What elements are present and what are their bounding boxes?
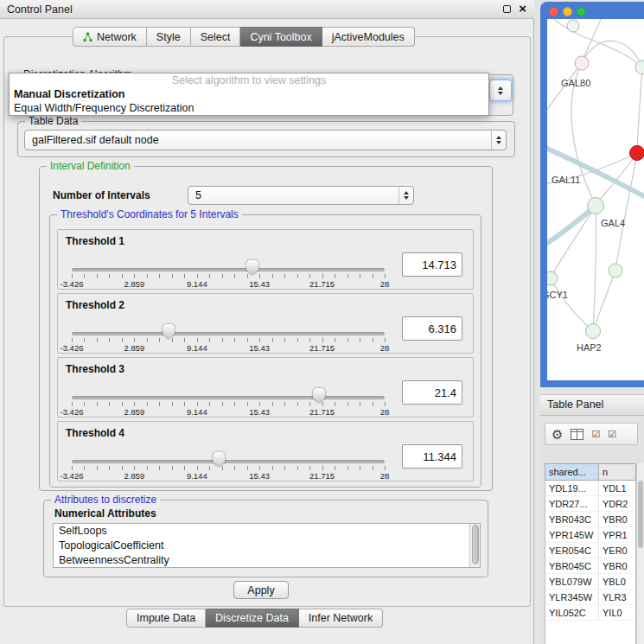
down-arrow-icon: [404, 196, 409, 200]
network-node-highlighted[interactable]: [630, 146, 644, 161]
network-canvas[interactable]: GAL80 GAL11 GAL4 GCY1 HAP2: [547, 19, 644, 380]
minimize-traffic-light-icon[interactable]: [563, 7, 572, 16]
dropdown-option-placeholder[interactable]: Select algorithm to view settings: [10, 73, 488, 87]
tick-label: 15.43: [249, 471, 270, 481]
slider-thumb[interactable]: [313, 388, 325, 403]
attributes-group: Attributes to discretize Numerical Attri…: [43, 500, 488, 577]
slider-track[interactable]: [72, 396, 385, 399]
float-window-icon[interactable]: [503, 5, 511, 13]
table-row[interactable]: YBR045CYBR0: [545, 558, 635, 574]
zoom-traffic-light-icon[interactable]: [577, 7, 586, 16]
table-scrollbar[interactable]: [636, 463, 644, 644]
table-cell: YBR0: [599, 558, 634, 573]
tick-label: 28: [380, 279, 390, 289]
num-intervals-combobox[interactable]: 5: [188, 186, 414, 205]
apply-button[interactable]: Apply: [233, 581, 289, 599]
network-node[interactable]: [567, 20, 579, 32]
slider-thumb[interactable]: [163, 324, 175, 339]
node-label: GAL11: [552, 175, 580, 185]
network-window[interactable]: GAL80 GAL11 GAL4 GCY1 HAP2: [540, 2, 644, 387]
table-data-combobox[interactable]: galFiltered.sif default node: [24, 130, 507, 150]
table-row[interactable]: YBR043CYBR0: [545, 512, 635, 527]
tick-label: 2.859: [124, 471, 145, 481]
slider-thumb[interactable]: [213, 452, 225, 467]
tab-cyni-toolbox[interactable]: Cyni Toolbox: [240, 27, 322, 47]
columns-icon[interactable]: [571, 429, 583, 440]
table-row[interactable]: YDL19...YDL1: [545, 481, 635, 496]
threshold-value-input[interactable]: [402, 252, 462, 277]
threshold-slider[interactable]: -3.4262.8599.14415.4321.71528: [72, 322, 385, 351]
table-row[interactable]: YDR27...YDR2: [545, 496, 635, 512]
tab-infer-network[interactable]: Infer Network: [299, 609, 383, 628]
close-icon[interactable]: ×: [519, 1, 526, 16]
table-cell: YBL0: [599, 574, 634, 589]
control-panel-titlebar: Control Panel ×: [0, 0, 534, 19]
tab-style[interactable]: Style: [147, 27, 191, 47]
list-scrollbar[interactable]: [469, 524, 480, 567]
app-root: Control Panel × Network Style Select Cyn…: [0, 0, 644, 644]
table-row[interactable]: YER054CYER0: [545, 543, 635, 558]
dropdown-option-manual[interactable]: Manual Discretization: [10, 87, 488, 101]
threshold-slider[interactable]: -3.4262.8599.14415.4321.71528: [72, 450, 385, 479]
algorithm-combobox[interactable]: [489, 80, 512, 101]
tick-label: 28: [380, 343, 390, 353]
slider-track[interactable]: [72, 332, 385, 335]
down-arrow-icon: [496, 141, 501, 144]
scrollbar-thumb[interactable]: [472, 525, 479, 564]
tick-label: -3.426: [61, 471, 84, 481]
table-cell: YPR145W: [545, 527, 599, 542]
select-all-icon[interactable]: ☑: [591, 430, 600, 439]
network-node[interactable]: [575, 56, 589, 70]
tab-discretize-data[interactable]: Discretize Data: [206, 609, 299, 628]
up-arrow-icon: [498, 86, 503, 90]
threshold-value-input[interactable]: [402, 444, 462, 469]
tick-label: 9.144: [187, 471, 207, 481]
select-none-icon[interactable]: ☑: [608, 430, 616, 439]
slider-thumb[interactable]: [246, 260, 258, 275]
network-node[interactable]: [609, 264, 622, 277]
table-row[interactable]: YLR345WYLR3: [545, 590, 635, 605]
panel-title: Control Panel: [7, 3, 73, 16]
threshold-value-input[interactable]: [402, 316, 462, 341]
column-header-shared-name[interactable]: shared...: [545, 463, 599, 481]
column-header-name[interactable]: n: [599, 463, 636, 481]
table-cell: YBR043C: [545, 512, 599, 526]
threshold-slider[interactable]: -3.4262.8599.14415.4321.71528: [72, 258, 385, 287]
down-arrow-icon: [498, 92, 503, 95]
list-item[interactable]: SelfLoops: [54, 524, 480, 539]
network-node[interactable]: [588, 198, 604, 214]
network-node[interactable]: [586, 324, 601, 339]
slider-scale: -3.4262.8599.14415.4321.71528: [72, 407, 385, 418]
table-row[interactable]: YBL079WYBL0: [545, 574, 635, 590]
threshold-value-input[interactable]: [402, 380, 462, 405]
attributes-list[interactable]: SelfLoops TopologicalCoefficient Between…: [53, 523, 481, 568]
up-arrow-icon: [404, 191, 409, 194]
tab-network[interactable]: Network: [73, 27, 147, 47]
threshold-label: Threshold 1: [66, 235, 124, 247]
threshold-label: Threshold 3: [66, 363, 124, 375]
node-label: GCY1: [547, 290, 568, 300]
slider-track[interactable]: [72, 268, 385, 271]
table-cell: YIL0: [599, 605, 634, 620]
network-node[interactable]: [547, 271, 558, 285]
tab-jactivemodules[interactable]: jActiveModules: [322, 27, 415, 47]
list-item[interactable]: BetweennessCentrality: [54, 553, 480, 568]
close-traffic-light-icon[interactable]: [549, 7, 558, 16]
tab-select[interactable]: Select: [191, 27, 241, 47]
threshold-slider[interactable]: -3.4262.8599.14415.4321.71528: [72, 386, 385, 415]
slider-ticks: [72, 274, 386, 278]
slider-track[interactable]: [72, 460, 385, 463]
tick-label: 21.715: [309, 407, 335, 417]
dropdown-option-equal-width[interactable]: Equal Width/Frequency Discretization: [10, 101, 488, 115]
tick-label: 2.859: [124, 279, 145, 289]
tab-impute-data[interactable]: Impute Data: [126, 609, 206, 628]
gear-icon[interactable]: ⚙: [552, 428, 563, 441]
list-item[interactable]: TopologicalCoefficient: [54, 539, 480, 553]
scrollbar-thumb[interactable]: [638, 481, 643, 548]
table-row[interactable]: YIL052CYIL0: [545, 605, 635, 621]
table-cell: YBR0: [599, 512, 634, 526]
table-cell: YDL1: [599, 481, 634, 495]
table-cell: YER054C: [545, 543, 599, 558]
combobox-stepper-icon: [399, 187, 413, 204]
table-row[interactable]: YPR145WYPR1: [545, 527, 635, 543]
